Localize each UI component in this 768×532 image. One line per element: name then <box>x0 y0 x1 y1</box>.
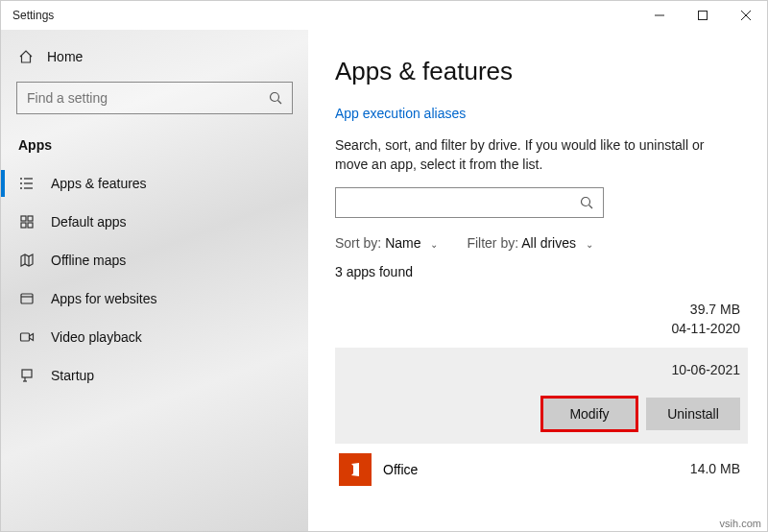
search-input[interactable] <box>16 82 293 114</box>
filter-by-dropdown[interactable]: Filter by: All drives ⌄ <box>467 235 593 251</box>
map-icon <box>18 253 36 268</box>
app-date: 10-06-2021 <box>671 361 740 380</box>
app-list-item[interactable]: 39.7 MB 04-11-2020 <box>335 297 748 348</box>
filter-value: All drives <box>521 235 576 251</box>
sidebar-item-apps-for-websites[interactable]: Apps for websites <box>1 279 308 318</box>
home-icon <box>18 49 34 64</box>
sidebar-item-label: Video playback <box>51 329 142 345</box>
link-icon <box>18 291 36 306</box>
watermark: vsih.com <box>720 518 761 529</box>
minimize-button[interactable] <box>637 1 681 30</box>
maximize-button[interactable] <box>681 1 724 30</box>
svg-rect-21 <box>22 370 32 377</box>
svg-line-5 <box>278 101 282 105</box>
sidebar-item-label: Apps & features <box>51 176 147 191</box>
startup-icon <box>18 368 36 383</box>
app-list-item[interactable]: Office 14.0 MB <box>335 444 748 486</box>
chevron-down-icon: ⌄ <box>586 239 593 250</box>
page-title: Apps & features <box>335 57 748 86</box>
app-date: 04-11-2020 <box>671 320 740 339</box>
app-size: 14.0 MB <box>690 460 740 479</box>
modify-button[interactable]: Modify <box>542 398 636 430</box>
svg-point-24 <box>582 198 590 206</box>
svg-rect-18 <box>21 294 33 303</box>
sidebar-item-label: Default apps <box>51 214 127 230</box>
search-icon <box>580 196 593 209</box>
app-size: 39.7 MB <box>671 301 740 320</box>
search-field[interactable] <box>27 90 244 106</box>
sidebar-item-label: Offline maps <box>51 253 126 268</box>
app-execution-aliases-link[interactable]: App execution aliases <box>335 106 748 121</box>
sidebar-item-label: Startup <box>51 368 94 383</box>
svg-line-25 <box>589 206 593 209</box>
sort-label: Sort by: <box>335 235 381 251</box>
sidebar-home[interactable]: Home <box>1 39 308 82</box>
svg-rect-12 <box>21 216 26 221</box>
defaults-icon <box>18 214 36 230</box>
uninstall-button[interactable]: Uninstall <box>646 398 740 430</box>
sidebar-item-offline-maps[interactable]: Offline maps <box>1 241 308 279</box>
sidebar: Home Apps Apps & features Default apps <box>1 30 308 531</box>
sidebar-item-startup[interactable]: Startup <box>1 356 308 395</box>
close-button[interactable] <box>724 1 767 30</box>
svg-rect-20 <box>21 333 30 341</box>
svg-rect-14 <box>21 223 26 228</box>
office-icon <box>339 453 372 486</box>
apps-found-count: 3 apps found <box>335 264 748 279</box>
svg-point-4 <box>271 93 279 102</box>
window-title: Settings <box>12 9 54 22</box>
sidebar-section-label: Apps <box>1 130 308 164</box>
sidebar-item-label: Apps for websites <box>51 291 157 306</box>
svg-rect-1 <box>698 12 707 20</box>
list-icon <box>18 176 36 191</box>
sidebar-item-apps-features[interactable]: Apps & features <box>1 164 308 203</box>
search-icon <box>269 91 282 105</box>
video-icon <box>18 329 36 345</box>
sort-value: Name <box>385 235 420 251</box>
app-list-item-selected[interactable]: 10-06-2021 Modify Uninstall <box>335 348 748 444</box>
sidebar-home-label: Home <box>47 49 83 64</box>
app-search-input[interactable] <box>335 187 604 218</box>
filter-label: Filter by: <box>467 235 518 251</box>
description-text: Search, sort, and filter by drive. If yo… <box>335 136 738 174</box>
app-name: Office <box>383 462 418 477</box>
chevron-down-icon: ⌄ <box>430 239 438 250</box>
titlebar: Settings <box>1 1 767 30</box>
sidebar-item-default-apps[interactable]: Default apps <box>1 203 308 241</box>
main-content: Apps & features App execution aliases Se… <box>308 30 767 531</box>
svg-rect-13 <box>28 216 33 221</box>
svg-rect-15 <box>28 223 33 228</box>
sort-by-dropdown[interactable]: Sort by: Name ⌄ <box>335 235 438 251</box>
sidebar-item-video-playback[interactable]: Video playback <box>1 318 308 356</box>
